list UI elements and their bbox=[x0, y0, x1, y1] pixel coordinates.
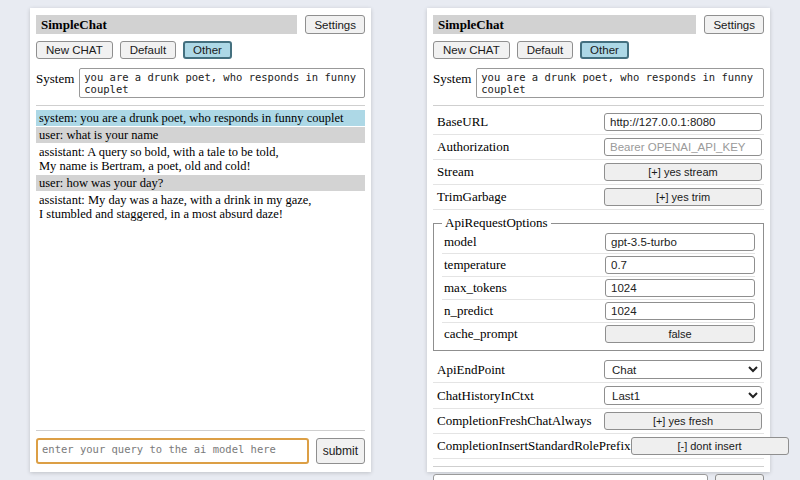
setting-label: cache_prompt bbox=[444, 326, 605, 342]
temperature-input[interactable] bbox=[605, 256, 755, 274]
authorization-input[interactable] bbox=[604, 138, 762, 156]
divider bbox=[36, 105, 365, 106]
setting-label: ChatHistoryInCtxt bbox=[437, 388, 604, 404]
submit-button[interactable]: submit bbox=[316, 438, 365, 464]
settings-button[interactable]: Settings bbox=[305, 15, 365, 34]
app-title: SimpleChat bbox=[433, 15, 696, 34]
system-label: System bbox=[36, 68, 74, 98]
setting-row-max-tokens: max_tokens bbox=[442, 277, 755, 300]
setting-row-completion-insert-standard-role-prefix: CompletionInsertStandardRolePrefix [-] d… bbox=[433, 434, 764, 459]
setting-row-chat-history-in-ctxt: ChatHistoryInCtxt Last1 bbox=[433, 383, 764, 409]
trimgarbage-toggle-button[interactable]: [+] yes trim bbox=[604, 188, 762, 206]
app-title: SimpleChat bbox=[36, 15, 297, 34]
submit-button[interactable]: submit bbox=[715, 474, 764, 480]
stream-toggle-button[interactable]: [+] yes stream bbox=[604, 163, 762, 181]
completion-insert-standard-role-prefix-toggle-button[interactable]: [-] dont insert bbox=[631, 437, 789, 455]
system-row: System you are a drunk poet, who respond… bbox=[36, 68, 365, 98]
cache-prompt-toggle-button[interactable]: false bbox=[605, 325, 755, 343]
setting-row-temperature: temperature bbox=[442, 254, 755, 277]
setting-label: model bbox=[444, 234, 605, 250]
query-input[interactable] bbox=[36, 438, 309, 464]
chat-message-assistant: assistant: A query so bold, with a tale … bbox=[36, 144, 365, 174]
setting-label: CompletionInsertStandardRolePrefix bbox=[437, 438, 631, 454]
setting-label: ApiEndPoint bbox=[437, 362, 604, 378]
query-row: submit bbox=[36, 438, 365, 464]
new-chat-button[interactable]: New CHAT bbox=[36, 41, 113, 59]
query-row: submit bbox=[433, 474, 764, 480]
setting-label: Stream bbox=[437, 164, 604, 180]
page: SimpleChat Settings New CHAT Default Oth… bbox=[0, 0, 800, 480]
system-label: System bbox=[433, 68, 471, 98]
system-prompt-textarea[interactable]: you are a drunk poet, who responds in fu… bbox=[79, 68, 365, 98]
divider bbox=[36, 430, 365, 431]
setting-row-completion-fresh-chat-always: CompletionFreshChatAlways [+] yes fresh bbox=[433, 409, 764, 434]
setting-label: Authorization bbox=[437, 139, 604, 155]
setting-label: max_tokens bbox=[444, 280, 605, 296]
setting-row-baseurl: BaseURL bbox=[433, 110, 764, 135]
session-row: New CHAT Default Other bbox=[433, 41, 764, 59]
session-tab-other[interactable]: Other bbox=[183, 41, 232, 59]
setting-row-n-predict: n_predict bbox=[442, 300, 755, 323]
n-predict-input[interactable] bbox=[605, 302, 755, 320]
setting-row-api-endpoint: ApiEndPoint Chat bbox=[433, 357, 764, 383]
system-row: System you are a drunk poet, who respond… bbox=[433, 68, 764, 98]
system-prompt-textarea[interactable]: you are a drunk poet, who responds in fu… bbox=[476, 68, 764, 98]
spacer bbox=[36, 223, 365, 423]
setting-label: BaseURL bbox=[437, 114, 604, 130]
session-tab-default[interactable]: Default bbox=[517, 41, 573, 59]
setting-row-stream: Stream [+] yes stream bbox=[433, 160, 764, 185]
chat-message-assistant: assistant: My day was a haze, with a dri… bbox=[36, 192, 365, 222]
chat-message-system: system: you are a drunk poet, who respon… bbox=[36, 110, 365, 126]
setting-label: n_predict bbox=[444, 303, 605, 319]
api-request-options-legend: ApiRequestOptions bbox=[442, 215, 551, 231]
settings-panel: SimpleChat Settings New CHAT Default Oth… bbox=[427, 8, 770, 472]
divider bbox=[433, 466, 764, 467]
setting-row-authorization: Authorization bbox=[433, 135, 764, 160]
session-tab-other[interactable]: Other bbox=[580, 41, 629, 59]
model-input[interactable] bbox=[605, 233, 755, 251]
new-chat-button[interactable]: New CHAT bbox=[433, 41, 510, 59]
divider bbox=[433, 105, 764, 106]
setting-row-trimgarbage: TrimGarbage [+] yes trim bbox=[433, 185, 764, 210]
session-tab-default[interactable]: Default bbox=[120, 41, 176, 59]
setting-label: TrimGarbage bbox=[437, 189, 604, 205]
max-tokens-input[interactable] bbox=[605, 279, 755, 297]
setting-row-model: model bbox=[442, 231, 755, 254]
session-row: New CHAT Default Other bbox=[36, 41, 365, 59]
baseurl-input[interactable] bbox=[604, 113, 762, 131]
chat-message-user: user: what is your name bbox=[36, 127, 365, 143]
setting-label: CompletionFreshChatAlways bbox=[437, 413, 604, 429]
settings-button[interactable]: Settings bbox=[704, 15, 764, 34]
query-input[interactable] bbox=[433, 474, 708, 480]
completion-fresh-chat-always-toggle-button[interactable]: [+] yes fresh bbox=[604, 412, 762, 430]
title-row: SimpleChat Settings bbox=[36, 15, 365, 34]
title-row: SimpleChat Settings bbox=[433, 15, 764, 34]
chat-panel: SimpleChat Settings New CHAT Default Oth… bbox=[30, 8, 371, 472]
api-endpoint-select[interactable]: Chat bbox=[604, 360, 762, 379]
api-request-options-fieldset: ApiRequestOptions model temperature max_… bbox=[433, 215, 764, 351]
chat-message-user: user: how was your day? bbox=[36, 175, 365, 191]
setting-label: temperature bbox=[444, 257, 605, 273]
chat-history-in-ctxt-select[interactable]: Last1 bbox=[604, 386, 762, 405]
setting-row-cache-prompt: cache_prompt false bbox=[442, 323, 755, 345]
